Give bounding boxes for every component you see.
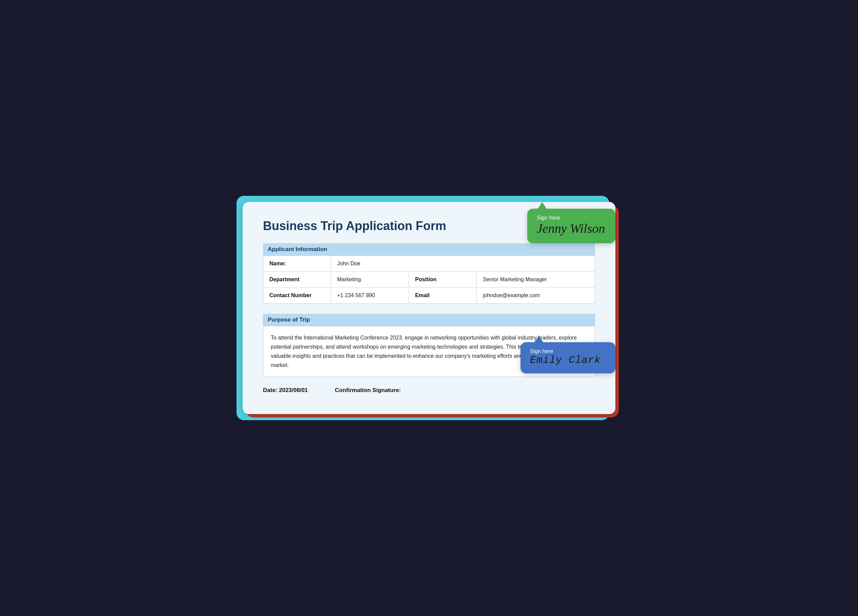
date-field: Date: 2023/08/01	[263, 387, 308, 394]
department-label: Department	[263, 271, 331, 287]
name-label: Name:	[263, 255, 331, 271]
table-row-name: Name: John Doe	[263, 255, 595, 271]
table-row-department: Department Marketing Position Senior Mar…	[263, 271, 595, 287]
sign-bubble-green: Sign here Jenny Wilson	[527, 209, 616, 243]
content-area: Sign here Jenny Wilson Sign here Emily C…	[263, 219, 595, 394]
contact-value: +1 234 567 890	[331, 287, 409, 303]
form-card: Sign here Jenny Wilson Sign here Emily C…	[242, 202, 616, 414]
applicant-section-header: Applicant Information	[263, 243, 595, 255]
applicant-table: Name: John Doe Department Marketing Posi…	[263, 255, 595, 303]
signature-label: Confirmation Signature:	[335, 387, 401, 394]
position-label: Position	[409, 271, 477, 287]
email-value: johndoe@example.com	[477, 287, 595, 303]
purpose-section-header: Purpose of Trip	[263, 314, 595, 326]
name-value: John Doe	[331, 255, 595, 271]
green-sign-label: Sign here	[537, 215, 560, 221]
department-value: Marketing	[331, 271, 409, 287]
green-signature: Jenny Wilson	[537, 221, 606, 236]
blue-sign-label: Sign here	[530, 348, 553, 354]
position-value: Senior Marketing Manager	[477, 271, 595, 287]
email-label: Email	[409, 287, 477, 303]
contact-label: Contact Number	[263, 287, 331, 303]
table-row-contact: Contact Number +1 234 567 890 Email john…	[263, 287, 595, 303]
blue-signature: Emily Clark	[530, 355, 606, 366]
footer-row: Date: 2023/08/01 Confirmation Signature:	[263, 387, 595, 394]
sign-bubble-blue: Sign here Emily Clark	[521, 342, 616, 373]
